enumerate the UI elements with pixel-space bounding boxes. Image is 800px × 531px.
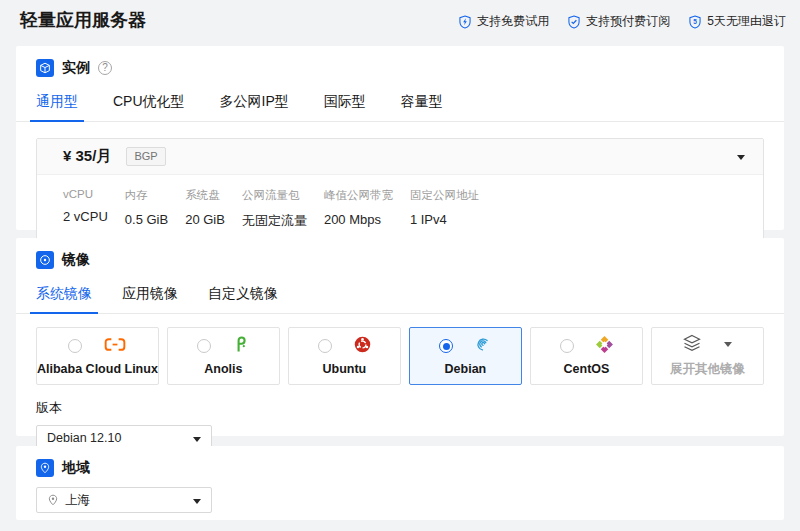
tab-system-image[interactable]: 系统镜像 <box>36 278 92 313</box>
plan-network-tag: BGP <box>126 147 165 166</box>
os-label: CentOS <box>564 362 610 376</box>
ubuntu-logo-icon <box>354 336 371 357</box>
instance-section: 实例 ? 通用型 CPU优化型 多公网IP型 国际型 容量型 ¥ 35/月 BG… <box>16 46 784 230</box>
badge-label: 支持免费试用 <box>477 13 549 30</box>
os-card-alibaba-cloud-linux[interactable]: Alibaba Cloud Linux <box>36 327 159 385</box>
location-pin-icon <box>47 494 59 506</box>
chevron-down-icon <box>193 437 201 442</box>
badge-label: 支持预付费订阅 <box>586 13 670 30</box>
tab-cpu-optimized-type[interactable]: CPU优化型 <box>113 86 185 121</box>
plan-specs: vCPU 2 vCPU 内存 0.5 GiB 系统盘 20 GiB 公网流量包 … <box>37 175 763 244</box>
alibaba-cloud-linux-logo-icon <box>104 337 126 356</box>
region-section-title: 地域 <box>62 459 90 477</box>
os-label: Alibaba Cloud Linux <box>37 362 158 376</box>
chevron-down-icon <box>193 499 201 504</box>
os-label: Ubuntu <box>323 362 367 376</box>
radio-unchecked[interactable] <box>197 339 211 353</box>
header-badges: 支持免费试用 支持预付费订阅 5 5天无理由退订 <box>458 13 786 30</box>
os-card-centos[interactable]: CentOS <box>530 327 643 385</box>
svg-text:5: 5 <box>693 18 697 25</box>
tab-international-type[interactable]: 国际型 <box>324 86 366 121</box>
spec-system-disk: 系统盘 20 GiB <box>185 188 225 230</box>
chevron-down-icon <box>724 342 732 347</box>
badge-label: 5天无理由退订 <box>707 13 786 30</box>
anolis-logo-icon <box>233 336 249 357</box>
expand-other-images-label: 展开其他镜像 <box>670 361 745 378</box>
layers-icon <box>682 334 702 356</box>
tab-custom-image[interactable]: 自定义镜像 <box>208 278 278 313</box>
version-select-value: Debian 12.10 <box>47 431 121 445</box>
shield-lightning-icon <box>458 15 472 29</box>
plan-price: ¥ 35/月 <box>63 147 111 166</box>
expand-other-images-button[interactable]: 展开其他镜像 <box>651 327 764 385</box>
instance-section-title: 实例 <box>62 59 90 77</box>
os-card-debian[interactable]: Debian <box>409 327 522 385</box>
spec-memory: 内存 0.5 GiB <box>125 188 168 230</box>
spec-traffic-package: 公网流量包 无固定流量 <box>242 188 307 230</box>
region-select-value: 上海 <box>65 492 90 509</box>
spec-peak-bandwidth: 峰值公网带宽 200 Mbps <box>324 188 393 230</box>
centos-logo-icon <box>596 336 613 357</box>
instance-type-tabs: 通用型 CPU优化型 多公网IP型 国际型 容量型 <box>16 86 784 122</box>
image-icon <box>36 251 54 269</box>
radio-unchecked[interactable] <box>560 339 574 353</box>
image-section: 镜像 系统镜像 应用镜像 自定义镜像 Alibaba Cloud Linux A… <box>16 238 784 436</box>
shield-5-icon: 5 <box>688 15 702 29</box>
region-icon <box>36 459 54 477</box>
image-tabs: 系统镜像 应用镜像 自定义镜像 <box>16 278 784 314</box>
debian-logo-icon <box>475 336 491 357</box>
page-title: 轻量应用服务器 <box>20 8 146 32</box>
badge-refund-5days[interactable]: 5 5天无理由退订 <box>688 13 786 30</box>
tab-general-type[interactable]: 通用型 <box>36 86 78 121</box>
badge-free-trial[interactable]: 支持免费试用 <box>458 13 549 30</box>
plan-dropdown-header[interactable]: ¥ 35/月 BGP <box>37 139 763 175</box>
region-select[interactable]: 上海 <box>36 487 212 513</box>
region-section: 地域 上海 <box>16 446 784 520</box>
os-card-anolis[interactable]: Anolis <box>167 327 280 385</box>
spec-fixed-public-ip: 固定公网地址 1 IPv4 <box>410 188 479 230</box>
spec-vcpu: vCPU 2 vCPU <box>63 188 108 230</box>
plan-selector: ¥ 35/月 BGP vCPU 2 vCPU 内存 0.5 GiB 系统盘 20… <box>36 138 764 245</box>
help-icon[interactable]: ? <box>98 61 112 75</box>
shield-check-icon <box>567 15 581 29</box>
tab-app-image[interactable]: 应用镜像 <box>122 278 178 313</box>
instance-icon <box>36 59 54 77</box>
radio-checked[interactable] <box>439 339 453 353</box>
tab-capacity-type[interactable]: 容量型 <box>401 86 443 121</box>
os-image-options: Alibaba Cloud Linux Anolis Ubuntu <box>36 327 764 385</box>
version-label: 版本 <box>36 399 764 417</box>
chevron-down-icon <box>737 155 745 160</box>
badge-prepaid-subscription[interactable]: 支持预付费订阅 <box>567 13 670 30</box>
image-section-title: 镜像 <box>62 251 90 269</box>
os-label: Anolis <box>204 362 242 376</box>
tab-multi-public-ip-type[interactable]: 多公网IP型 <box>220 86 289 121</box>
os-card-ubuntu[interactable]: Ubuntu <box>288 327 401 385</box>
radio-unchecked[interactable] <box>318 339 332 353</box>
os-label: Debian <box>445 362 487 376</box>
radio-unchecked[interactable] <box>68 339 82 353</box>
